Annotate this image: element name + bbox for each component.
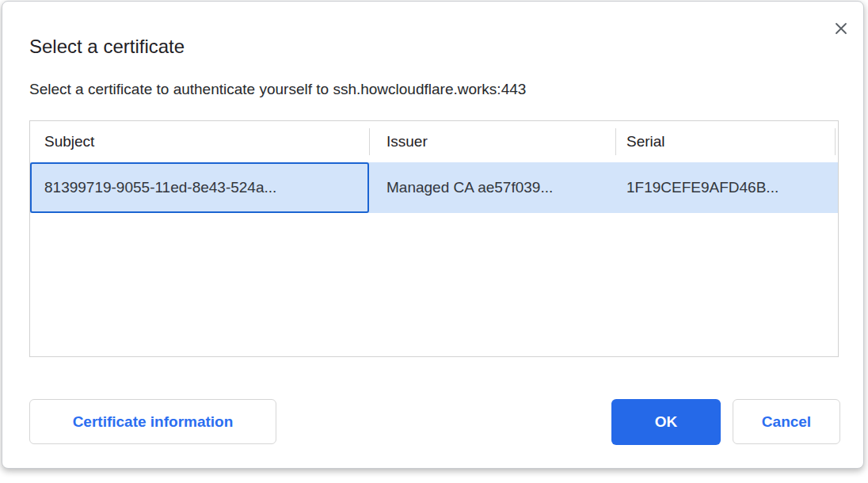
close-icon [834, 21, 848, 36]
certificate-table: Subject Issuer Serial 81399719-9055-11ed… [29, 120, 839, 357]
table-header-row: Subject Issuer Serial [30, 121, 838, 162]
dialog-title: Select a certificate [29, 36, 185, 58]
certificate-select-dialog: Select a certificate Select a certificat… [2, 1, 864, 469]
column-divider [369, 128, 370, 155]
certificate-issuer-cell: Managed CA ae57f039... [369, 162, 615, 213]
column-header-subject: Subject [30, 121, 369, 162]
certificate-subject-cell: 81399719-9055-11ed-8e43-524a... [30, 162, 369, 213]
close-button[interactable] [826, 14, 856, 43]
certificate-information-button[interactable]: Certificate information [29, 399, 276, 444]
column-header-serial: Serial [615, 121, 838, 162]
column-header-issuer: Issuer [369, 121, 615, 162]
column-divider [615, 128, 616, 155]
certificate-serial-cell: 1F19CEFE9AFD46B... [615, 162, 838, 213]
certificate-row[interactable]: 81399719-9055-11ed-8e43-524a... Managed … [30, 162, 838, 213]
cancel-button[interactable]: Cancel [733, 399, 840, 444]
column-divider [835, 128, 836, 155]
dialog-subtitle: Select a certificate to authenticate you… [29, 81, 526, 98]
ok-button[interactable]: OK [611, 399, 721, 445]
